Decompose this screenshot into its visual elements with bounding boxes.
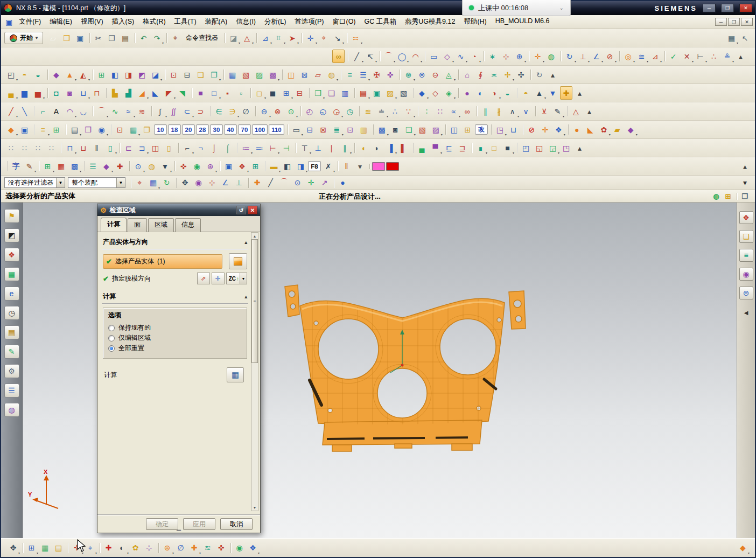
toolbar-icon[interactable]: ▭ bbox=[290, 123, 303, 136]
csys-dialog-button[interactable]: ✛ bbox=[212, 273, 225, 284]
toolbar-icon[interactable]: ◳ bbox=[560, 141, 572, 155]
toolbar-icon[interactable]: ▦ bbox=[226, 68, 239, 81]
toolbar-icon[interactable]: ∧ bbox=[506, 104, 519, 118]
toolbar-icon[interactable]: ◙ bbox=[64, 86, 76, 100]
toolbar-icon[interactable]: ▦ bbox=[127, 123, 139, 136]
toolbar-icon[interactable]: ∠ bbox=[219, 176, 232, 190]
calculate-button[interactable]: ▦ bbox=[227, 367, 244, 382]
size-100-button[interactable]: 100 bbox=[252, 124, 268, 135]
system-scenes-icon[interactable]: ◍ bbox=[4, 403, 19, 417]
maximize-button[interactable]: ❐ bbox=[721, 4, 734, 12]
toolbar-icon[interactable]: ✥ bbox=[7, 541, 19, 555]
toolbar-icon[interactable]: ≍ bbox=[488, 68, 500, 81]
toolbar-icon[interactable]: ▪ bbox=[221, 86, 234, 100]
toolbar-icon[interactable]: ◓ bbox=[18, 68, 31, 81]
toolbar-icon[interactable]: ▧ bbox=[240, 68, 252, 81]
new-file-icon[interactable]: ▱ bbox=[47, 31, 59, 45]
toolbar-icon[interactable]: ✠ bbox=[370, 68, 383, 81]
collapse-left-icon[interactable]: ◀ bbox=[744, 310, 748, 316]
toolbar-icon[interactable]: ◢ bbox=[136, 86, 148, 100]
toolbar-icon[interactable]: ▧ bbox=[397, 86, 410, 100]
system-materials-icon[interactable]: ▤ bbox=[4, 325, 19, 339]
toolbar-icon[interactable]: ▤ bbox=[52, 541, 65, 555]
toolbar-icon[interactable]: ⊤ bbox=[298, 141, 311, 155]
toolbar-icon[interactable]: ◍ bbox=[145, 159, 158, 173]
toolbar-icon[interactable]: ◆ bbox=[5, 123, 17, 136]
toolbar-icon[interactable]: ▯ bbox=[163, 141, 175, 155]
toolbar-icon[interactable]: ⊿ bbox=[649, 50, 661, 63]
part-navigator-icon[interactable]: ❖ bbox=[4, 248, 19, 262]
toolbar-icon[interactable]: ∦ bbox=[493, 104, 505, 118]
toolbar-icon[interactable]: ⊿ bbox=[259, 31, 271, 45]
toolbar-icon[interactable]: ⊞ bbox=[50, 123, 62, 136]
toolbar-icon[interactable]: ● bbox=[461, 86, 473, 100]
open-icon[interactable]: ❒ bbox=[60, 31, 73, 45]
fillet-icon[interactable]: ◠ bbox=[409, 50, 422, 63]
toolbar-icon[interactable]: ▴ bbox=[547, 68, 559, 81]
toolbar-icon[interactable]: ❏ bbox=[194, 68, 207, 81]
toolbar-icon[interactable]: ∮ bbox=[474, 68, 487, 81]
toolbar-icon[interactable]: ⊻ bbox=[538, 104, 550, 118]
toolbar-icon[interactable]: ✛ bbox=[305, 176, 317, 190]
collapse-arrow-icon[interactable]: ▴ bbox=[244, 240, 247, 245]
dialog-tab-区域[interactable]: 区域 bbox=[148, 218, 174, 232]
toolbar-icon[interactable]: ⊡ bbox=[167, 68, 180, 81]
toolbar-icon[interactable]: △ bbox=[570, 104, 582, 118]
toolbar-icon[interactable]: ⊝ bbox=[429, 68, 442, 81]
text-style-icon[interactable]: 字 bbox=[10, 159, 22, 173]
toolbar-icon[interactable]: ● bbox=[571, 123, 583, 136]
toolbar-icon[interactable]: ▨ bbox=[384, 86, 396, 100]
toolbar-icon[interactable]: ▄ bbox=[5, 86, 17, 100]
toolbar-icon[interactable]: ✛ bbox=[539, 123, 551, 136]
dialog-scrollbar[interactable]: ▲ ≡ ▼ bbox=[251, 232, 258, 511]
red-color-swatch[interactable] bbox=[386, 162, 399, 171]
toolbar-icon[interactable]: ≋ bbox=[136, 104, 148, 118]
menu-item[interactable]: 窗口(O) bbox=[328, 16, 360, 28]
collapse-arrow-icon[interactable]: ▴ bbox=[244, 294, 247, 299]
toolbar-icon[interactable]: ⊟ bbox=[293, 86, 306, 100]
modify-button[interactable]: 改 bbox=[475, 124, 488, 135]
assembly-navigator-icon[interactable]: ⚑ bbox=[4, 209, 19, 223]
toolbar-icon[interactable]: ⊙ bbox=[291, 176, 304, 190]
toolbar-icon[interactable]: ◐ bbox=[116, 541, 128, 555]
toolbar-icon[interactable]: ☰ bbox=[87, 159, 99, 173]
manufacturing-wizard-icon[interactable]: ⚙ bbox=[4, 364, 19, 378]
apply-button[interactable]: 应用 bbox=[183, 518, 215, 530]
toolbar-icon[interactable]: ‖ bbox=[340, 159, 353, 173]
toolbar-icon[interactable]: ▟ bbox=[122, 86, 135, 100]
toolbar-icon[interactable]: ∣ bbox=[325, 141, 338, 155]
toolbar-icon[interactable]: ∷ bbox=[5, 141, 17, 155]
toolbar-icon[interactable]: ∵ bbox=[402, 104, 415, 118]
toolbar-icon[interactable]: ▧ bbox=[416, 123, 429, 136]
dialog-tab-信息[interactable]: 信息 bbox=[175, 218, 201, 232]
toolbar-icon[interactable]: ⊢ bbox=[694, 50, 706, 63]
menu-item[interactable]: 文件(F) bbox=[15, 16, 45, 28]
toolbar-icon[interactable]: ◭ bbox=[77, 68, 89, 81]
toolbar-icon[interactable]: ◖ bbox=[357, 141, 369, 155]
toolbar-icon[interactable]: ⊞ bbox=[280, 86, 292, 100]
toolbar-icon[interactable]: ● bbox=[337, 176, 349, 190]
toolbar-icon[interactable]: ▲ bbox=[64, 68, 76, 81]
layer-icon[interactable]: ≡ bbox=[739, 249, 753, 262]
toolbar-icon[interactable]: ✜ bbox=[177, 159, 190, 173]
toolbar-icon[interactable]: ⊥ bbox=[233, 176, 245, 190]
size-110-button[interactable]: 110 bbox=[269, 124, 284, 135]
toolbar-icon[interactable]: ▦ bbox=[147, 176, 159, 190]
toolbar-icon[interactable]: ◷ bbox=[344, 104, 356, 118]
toolbar-icon[interactable]: ∷ bbox=[18, 141, 31, 155]
toolbar-icon[interactable]: ⊥ bbox=[312, 141, 324, 155]
toolbar-icon[interactable]: ↻ bbox=[563, 50, 576, 63]
toolbar-icon[interactable]: ■ bbox=[501, 141, 514, 155]
toolbar-icon[interactable]: ⊗ bbox=[271, 104, 284, 118]
size-28-button[interactable]: 28 bbox=[196, 124, 209, 135]
toolbar-icon[interactable]: ⌂ bbox=[461, 68, 473, 81]
toolbar-icon[interactable]: ⊠ bbox=[317, 123, 330, 136]
clip-section-icon[interactable]: ❏ bbox=[739, 230, 753, 243]
paste-icon[interactable]: ▤ bbox=[119, 31, 131, 45]
toolbar-icon[interactable]: ⊙ bbox=[132, 159, 144, 173]
toolbar-icon[interactable]: ✓ bbox=[667, 50, 680, 63]
toolbar-icon[interactable]: ▣ bbox=[222, 159, 235, 173]
toolbar-icon[interactable]: ◳ bbox=[494, 123, 506, 136]
menu-item[interactable]: 帮助(H) bbox=[459, 16, 491, 28]
close-button[interactable]: ✕ bbox=[739, 4, 752, 12]
